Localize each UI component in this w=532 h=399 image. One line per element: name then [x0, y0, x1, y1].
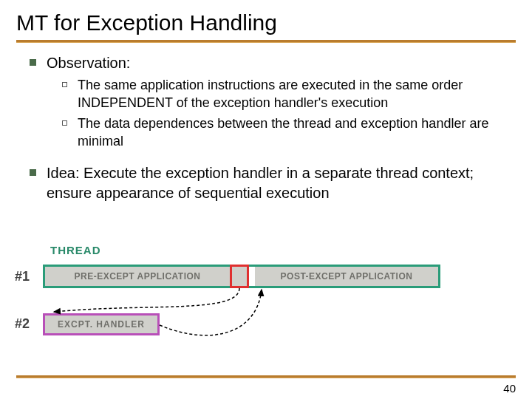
- row-1-label: #1: [15, 269, 30, 284]
- thread-heading: THREAD: [50, 244, 101, 256]
- row-1-separator: [249, 265, 255, 288]
- exception-handler-box: EXCPT. HANDLER: [43, 313, 160, 335]
- row-2-label: #2: [15, 316, 30, 332]
- bullet-square-icon: [30, 169, 36, 176]
- bullet-square-icon: [30, 59, 36, 66]
- observation-label: Observation:: [47, 53, 130, 73]
- footer-divider: [16, 375, 516, 378]
- hollow-square-icon: [62, 82, 67, 87]
- exception-marker-box: [230, 265, 249, 288]
- content-area: Observation: The same application instru…: [16, 53, 516, 203]
- pre-except-application-box: PRE-EXCEPT APPLICATION: [45, 267, 230, 286]
- sub-bullet-1: The same application instructions are ex…: [62, 76, 516, 112]
- page-number: 40: [503, 382, 516, 395]
- bullet-idea: Idea: Execute the exception handler in a…: [30, 163, 516, 203]
- title-divider: [16, 40, 516, 43]
- sub-bullet-2: The data dependences between the thread …: [62, 115, 516, 151]
- sub-bullet-1-text: The same application instructions are ex…: [78, 76, 516, 112]
- idea-text: Idea: Execute the exception handler in a…: [47, 163, 516, 203]
- thread-diagram: THREAD #1 PRE-EXCEPT APPLICATION POST-EX…: [13, 244, 519, 355]
- slide-title: MT for Exception Handling: [16, 10, 516, 40]
- dependency-arrows: [13, 244, 519, 355]
- row-1-bar: PRE-EXCEPT APPLICATION POST-EXCEPT APPLI…: [43, 265, 440, 288]
- observation-sublist: The same application instructions are ex…: [30, 76, 516, 150]
- bullet-observation: Observation:: [30, 53, 516, 73]
- sub-bullet-2-text: The data dependences between the thread …: [78, 115, 516, 151]
- hollow-square-icon: [62, 120, 67, 126]
- post-except-application-box: POST-EXCEPT APPLICATION: [255, 267, 438, 286]
